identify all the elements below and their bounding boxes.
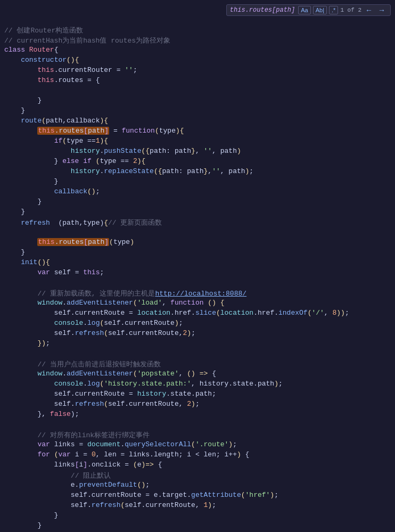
code-line xyxy=(0,420,395,430)
code-line: // currentHash为当前hash值 routes为路径对象 xyxy=(0,36,395,46)
code-line: window.addEventListener('popstate', () =… xyxy=(0,370,395,380)
code-line: self.refresh(self.currentRoute,2); xyxy=(0,329,395,339)
code-line: var links = document.querySelectorAll('.… xyxy=(0,440,395,451)
search-term: this.routes[path] xyxy=(230,6,295,14)
code-line: self.currentRoute = e.target.getAttribut… xyxy=(0,491,395,501)
search-bar[interactable]: this.routes[path] Aa Ab| .* 1 of 2 ← → xyxy=(226,4,391,16)
match-case-button[interactable]: Aa xyxy=(298,6,310,14)
code-line xyxy=(0,86,395,96)
code-line: self.refresh(self.currentRoute, 2); xyxy=(0,400,395,410)
code-area: // 创建Router构造函数 // currentHash为当前hash值 r… xyxy=(0,0,395,532)
code-line: callback(); xyxy=(0,187,395,198)
code-line: // 阻止默认 xyxy=(0,471,395,481)
code-line: window.addEventListener('load', function… xyxy=(0,299,395,309)
code-line: console.log(self.currentRoute); xyxy=(0,319,395,329)
code-line xyxy=(0,349,395,359)
code-line: } xyxy=(0,248,395,258)
code-line: if(type ==1){ xyxy=(0,137,395,147)
code-line: constructor(){ xyxy=(0,56,395,66)
code-line: }); xyxy=(0,339,395,349)
code-line: self.refresh(self.currentRoute, 1); xyxy=(0,501,395,511)
code-line: console.log('history.state.path:', histo… xyxy=(0,380,395,390)
code-line: history.replaceState({path: path},'', pa… xyxy=(0,167,395,177)
code-line: // 重新加载函数, 这里使用的主机是http://localhost:8088… xyxy=(0,289,395,299)
search-controls: Aa Ab| .* 1 of 2 ← → xyxy=(298,6,387,14)
code-line: } xyxy=(0,107,395,117)
code-line: } xyxy=(0,96,395,107)
code-line: refresh (path,type){// 更新页面函数 xyxy=(0,218,395,228)
code-line: self.currentRoute = location.href.slice(… xyxy=(0,309,395,319)
code-line: route(path,callback){ xyxy=(0,117,395,127)
code-line: } xyxy=(0,198,395,208)
prev-match-button[interactable]: ← xyxy=(364,6,374,14)
code-line: history.pushState({path: path}, '', path… xyxy=(0,147,395,157)
code-line: // 当用户点击前进后退按钮时触发函数 xyxy=(0,359,395,370)
code-line xyxy=(0,228,395,238)
code-line: }, false); xyxy=(0,410,395,420)
code-line: this.routes[path] = function(type){ xyxy=(0,127,395,137)
code-line: this.routes[path](type) xyxy=(0,238,395,248)
code-line: } xyxy=(0,208,395,218)
code-line: this.routes = { xyxy=(0,76,395,86)
code-line: this.currentRouter = ''; xyxy=(0,66,395,76)
code-line: } else if (type == 2){ xyxy=(0,157,395,167)
code-line: } xyxy=(0,521,395,531)
code-line: } xyxy=(0,177,395,187)
code-line: // 对所有的link标签进行绑定事件 xyxy=(0,430,395,440)
code-line xyxy=(0,279,395,289)
match-word-button[interactable]: Ab| xyxy=(313,6,327,14)
code-line: links[i].onclick = (e)=> { xyxy=(0,461,395,471)
code-line: var self = this; xyxy=(0,268,395,279)
code-line: } xyxy=(0,511,395,521)
next-match-button[interactable]: → xyxy=(376,6,387,14)
code-line: // 创建Router构造函数 xyxy=(0,26,395,36)
regex-button[interactable]: .* xyxy=(329,6,338,14)
code-line: e.preventDefault(); xyxy=(0,481,395,491)
code-line: for (var i = 0, len = links.length; i < … xyxy=(0,451,395,461)
match-count: 1 of 2 xyxy=(340,7,361,13)
code-line: init(){ xyxy=(0,258,395,268)
code-line: class Router{ xyxy=(0,46,395,56)
editor-container: this.routes[path] Aa Ab| .* 1 of 2 ← → /… xyxy=(0,0,395,532)
code-line: self.currentRoute = history.state.path; xyxy=(0,390,395,400)
